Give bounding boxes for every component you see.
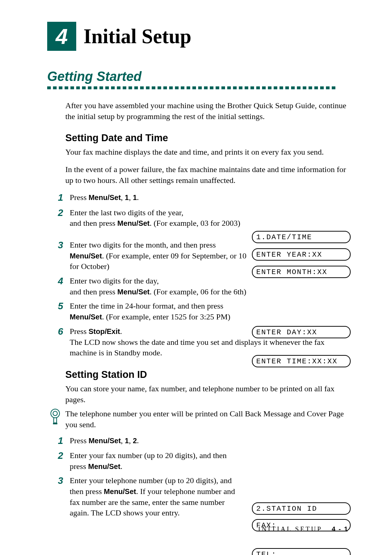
chapter-number: 4 [56, 24, 68, 49]
lcd-display: ENTER DAY:XX [252, 326, 351, 338]
chapter-title: Initial Setup [83, 25, 191, 48]
footer-page-number: 4 - 1 [332, 526, 348, 533]
paragraph: Your fax machine displays the date and t… [65, 147, 348, 158]
chapter-header: 4 Initial Setup [47, 22, 348, 51]
page-footer: INITIAL SETUP 4 - 1 [258, 526, 348, 533]
step: 1 Press Menu/Set, 1, 1. [54, 192, 348, 203]
step-text: Enter your fax number (up to 20 digits),… [70, 450, 237, 472]
lcd-display: 2.STATION ID [252, 502, 351, 515]
note-text: The telephone number you enter will be p… [65, 408, 348, 430]
svg-point-0 [51, 409, 60, 418]
lcd-display: 1.DATE/TIME [252, 231, 351, 243]
step-number: 3 [54, 475, 63, 486]
paragraph: In the event of a power failure, the fax… [65, 164, 348, 185]
step-text: Enter two digits for the month, and then… [70, 240, 251, 272]
step-text: Press Menu/Set, 1, 2. [70, 435, 348, 446]
lcd-display: ENTER YEAR:XX [252, 248, 351, 261]
step-number: 1 [54, 192, 63, 203]
sub-heading-date-time: Setting Date and Time [65, 132, 348, 144]
step-number: 2 [54, 450, 63, 461]
note-icon [49, 408, 62, 427]
svg-rect-2 [53, 423, 57, 424]
step-number: 1 [54, 435, 63, 446]
lcd-display: ENTER MONTH:XX [252, 266, 351, 278]
step-number: 5 [54, 301, 63, 312]
step-number: 6 [54, 326, 63, 337]
chapter-number-badge: 4 [47, 22, 76, 51]
step-number: 2 [54, 207, 63, 219]
step-text: Press Menu/Set, 1, 1. [70, 192, 348, 203]
lcd-display: TEL: [252, 548, 351, 555]
step-text: Enter two digits for the day, and then p… [70, 276, 251, 297]
step-number: 3 [54, 240, 63, 251]
step-text: Enter the last two digits of the year, a… [70, 207, 251, 229]
step: 5 Enter the time in 24-hour format, and … [54, 301, 348, 322]
step: 2 Enter your fax number (up to 20 digits… [54, 450, 348, 472]
manual-page: 4 Initial Setup Getting Started After yo… [0, 0, 392, 555]
step-text: Enter your telephone number (up to 20 di… [70, 475, 237, 518]
step-text: Enter the time in 24-hour format, and th… [70, 301, 251, 322]
svg-point-1 [53, 411, 57, 416]
step: 4 Enter two digits for the day, and then… [54, 276, 348, 297]
section-intro: After you have assembled your machine us… [65, 100, 348, 122]
sub-heading-station-id: Setting Station ID [65, 369, 348, 380]
footer-label: INITIAL SETUP [258, 526, 322, 533]
step-number: 4 [54, 276, 63, 287]
paragraph: You can store your name, fax number, and… [65, 383, 348, 405]
note: The telephone number you enter will be p… [49, 408, 348, 430]
section-title: Getting Started [47, 69, 348, 84]
lcd-display: ENTER TIME:XX:XX [252, 355, 351, 367]
step: 2 Enter the last two digits of the year,… [54, 207, 348, 229]
step: 1 Press Menu/Set, 1, 2. [54, 435, 348, 446]
section-divider [47, 86, 348, 89]
